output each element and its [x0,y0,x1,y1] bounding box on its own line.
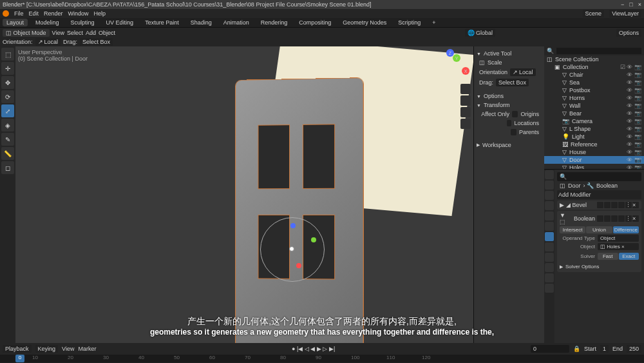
tool-transform[interactable]: ◈ [1,119,14,132]
drag-value[interactable]: Select Box [80,38,113,46]
ptab-object[interactable] [545,222,554,231]
tab-scripting[interactable]: Scripting [394,19,424,26]
menu-help[interactable]: Help [94,10,106,17]
ptab-world[interactable] [545,211,554,221]
workspace-header[interactable]: Workspace [477,141,542,150]
play-reverse-icon[interactable]: ◀ [310,346,315,352]
zoom-icon[interactable] [460,84,471,94]
perspective-icon[interactable] [460,119,471,129]
options-dropdown[interactable]: Options [616,29,641,37]
solver-options[interactable]: Solver Options [560,262,639,271]
orientation-value[interactable]: ↗ Local [35,38,61,46]
solver-fast[interactable]: Fast [598,253,618,260]
solver-exact[interactable]: Exact [619,253,639,260]
breadcrumb-object[interactable]: Door [568,182,581,189]
global-orientation[interactable]: 🌐 Global [465,29,495,37]
tab-sculpting[interactable]: Sculpting [67,19,99,26]
ptab-scene[interactable] [545,201,554,210]
ptab-constraints[interactable] [545,263,554,272]
boolean-modifier[interactable]: ▼ ⬚ Boolean⋮× Intersect Union Difference… [557,211,641,272]
breadcrumb-modifier[interactable]: Boolean [596,182,618,189]
menu-view[interactable]: View [52,30,64,36]
menu-object[interactable]: Object [99,30,115,36]
menu-edit[interactable]: Edit [29,10,39,17]
playback-menu[interactable]: Playback [3,345,32,353]
timeline-ruler[interactable]: 0 102030405060708090100110120 [0,355,644,362]
outliner-item-reference[interactable]: 🖼 Reference👁 📷 [544,141,644,148]
tab-geometry-nodes[interactable]: Geometry Nodes [339,19,390,26]
autokeying-icon[interactable]: ● [292,346,295,352]
outliner-item-camera[interactable]: 📷 Camera👁 📷 [544,117,644,125]
tool-select[interactable]: ⬚ [1,48,14,61]
jump-start-icon[interactable]: |◀ [297,346,303,352]
ptab-material[interactable] [545,284,554,293]
boolean-difference[interactable]: Difference [613,226,639,233]
camera-icon[interactable] [460,107,471,117]
boolean-intersect[interactable]: Intersect [560,226,585,233]
affect-parents-checkbox[interactable] [511,129,516,135]
tab-add[interactable]: + [428,19,439,26]
play-icon[interactable]: ▶ [317,346,321,352]
playhead[interactable]: 0 [15,355,24,362]
navigation-gizmo[interactable]: X Y Z [441,49,471,79]
tool-measure[interactable]: 📏 [1,147,14,160]
timeline-view[interactable]: View [62,346,74,352]
tab-uv-editing[interactable]: UV Editing [102,19,138,26]
tab-shading[interactable]: Shading [187,19,216,26]
operand-type[interactable]: Object [598,235,639,242]
mode-dropdown[interactable]: ◫ Object Mode [3,29,50,37]
start-frame[interactable]: 1 [600,345,609,353]
tool-scale[interactable]: ⤢ [1,104,14,117]
outliner-item-postbox[interactable]: ▽ Postbox👁 📷 [544,86,644,94]
scene-dropdown[interactable]: Scene [583,10,605,17]
menu-window[interactable]: Window [68,10,89,17]
maximize-button[interactable]: □ [629,1,632,8]
outliner-item-l-shape[interactable]: ▽ L Shape👁 📷 [544,125,644,133]
pan-icon[interactable] [460,95,471,106]
tool-annotate[interactable]: ✎ [1,133,14,146]
outliner-item-light[interactable]: 💡 Light👁 📷 [544,133,644,141]
tab-rendering[interactable]: Rendering [257,19,292,26]
tab-compositing[interactable]: Compositing [295,19,335,26]
affect-locations-checkbox[interactable] [507,120,512,126]
tab-layout[interactable]: Layout [3,19,28,26]
ptab-output[interactable] [545,181,554,190]
keying-menu[interactable]: Keying [35,345,59,353]
timeline-marker[interactable]: Marker [78,346,96,352]
ptab-modifiers[interactable] [545,232,554,241]
ptab-data[interactable] [545,273,554,282]
minimize-button[interactable]: − [621,1,624,8]
active-tool-header[interactable]: Active Tool [477,49,542,58]
tool-orientation[interactable]: ↗ Local [510,68,536,76]
outliner-item-house[interactable]: ▽ House👁 📷 [544,148,644,156]
outliner-scene-collection[interactable]: ◫ Scene Collection [544,55,644,63]
keyframe-next-icon[interactable]: ▷ [323,346,327,352]
menu-file[interactable]: File [14,10,24,17]
affect-origins-checkbox[interactable] [512,111,518,117]
options-header[interactable]: Options [477,92,542,101]
boolean-union[interactable]: Union [586,226,612,233]
ptab-render[interactable] [545,170,554,179]
outliner-item-chair[interactable]: ▽ Chair👁 📷 [544,71,644,79]
outliner-item-bear[interactable]: ▽ Bear👁 📷 [544,110,644,117]
menu-add[interactable]: Add [86,30,96,36]
scale-gizmo[interactable] [260,217,325,282]
ptab-particles[interactable] [545,242,554,251]
tool-move[interactable]: ✥ [1,76,14,89]
outliner-item-holes[interactable]: ▽ Holes👁 📷 [544,164,644,169]
outliner-collection[interactable]: ▣ Collection☑ 👁 📷 [544,63,644,71]
tab-modeling[interactable]: Modeling [32,19,63,26]
transform-header[interactable]: Transform [477,101,542,110]
viewlayer-dropdown[interactable]: ViewLayer [609,10,641,17]
tab-texture-paint[interactable]: Texture Paint [141,19,183,26]
jump-end-icon[interactable]: ▶| [329,346,335,352]
bevel-modifier[interactable]: ▶ ◢ Bevel⋮× [557,201,641,210]
ptab-viewlayer[interactable] [545,191,554,200]
tool-rotate[interactable]: ⟳ [1,90,14,103]
end-frame[interactable]: 250 [627,345,641,353]
door-mesh[interactable] [235,77,364,343]
outliner-item-door[interactable]: ▽ Door👁 📷 [544,156,644,164]
ptab-physics[interactable] [545,253,554,262]
outliner-item-wall[interactable]: ▽ Wall👁 📷 [544,102,644,110]
tab-animation[interactable]: Animation [220,19,253,26]
